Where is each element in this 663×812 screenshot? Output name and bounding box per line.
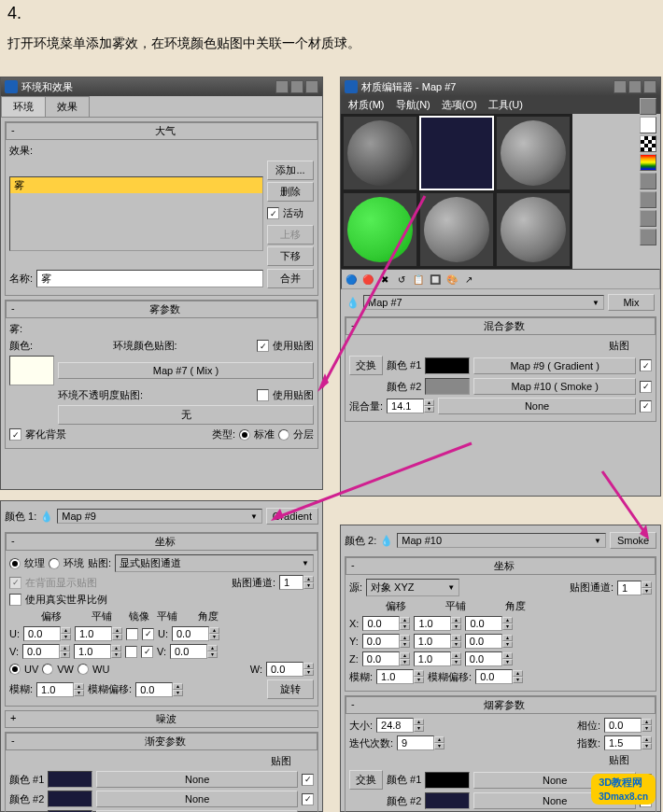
s-chan-input[interactable]: 1: [617, 581, 642, 595]
color2-swatch[interactable]: [425, 378, 470, 395]
get-icon[interactable]: 🔵: [344, 272, 359, 287]
u-tile[interactable]: [142, 628, 154, 640]
light-icon[interactable]: [640, 117, 656, 133]
grad-params-title[interactable]: 渐变参数: [6, 733, 317, 750]
map2-check[interactable]: [640, 381, 652, 393]
s-c1-swatch[interactable]: [425, 772, 470, 789]
close-icon[interactable]: [305, 80, 318, 93]
put2-icon[interactable]: 🔲: [428, 272, 443, 287]
make-icon[interactable]: 📋: [411, 272, 426, 287]
phase-input[interactable]: 0.0: [604, 718, 642, 733]
smoke-name-dropdown[interactable]: Map #10: [397, 533, 606, 548]
maximize-icon[interactable]: [628, 80, 642, 93]
opac-map-button[interactable]: 无: [58, 405, 314, 425]
s-c2-swatch[interactable]: [425, 792, 470, 809]
mat-slot-2-selected[interactable]: [419, 116, 494, 190]
smoke-params-title[interactable]: 烟雾参数: [346, 696, 656, 714]
mat-slot-3[interactable]: [496, 116, 571, 190]
effects-list[interactable]: 雾: [9, 176, 263, 251]
grad-type-button[interactable]: Gradient: [266, 508, 318, 525]
assign-icon[interactable]: ✖: [377, 272, 392, 287]
amount-input[interactable]: 14.1: [387, 399, 424, 413]
grad-name-dropdown[interactable]: Map #9: [57, 509, 262, 524]
atmosphere-title[interactable]: 大气: [6, 122, 317, 140]
amount-map-button[interactable]: None: [438, 398, 636, 414]
sample-icon[interactable]: [640, 173, 656, 189]
fog-color-swatch[interactable]: [9, 356, 54, 385]
reset-icon[interactable]: ↺: [394, 272, 409, 287]
exp-input[interactable]: 1.5: [604, 735, 642, 750]
smoke-type-button[interactable]: Smoke: [610, 532, 656, 549]
map2-button[interactable]: Map #10 ( Smoke ): [473, 378, 636, 395]
active-checkbox[interactable]: [267, 207, 279, 219]
u-mirror[interactable]: [126, 628, 138, 640]
swap-button[interactable]: 交换: [349, 356, 383, 375]
u-ang-input[interactable]: 0.0: [172, 626, 209, 641]
menu-tools[interactable]: 工具(U): [488, 98, 523, 112]
v-tile[interactable]: [141, 646, 153, 658]
menu-options[interactable]: 选项(O): [442, 98, 477, 112]
smoke-coord-title[interactable]: 坐标: [346, 557, 656, 575]
fog-params-title[interactable]: 雾参数: [6, 301, 317, 318]
pick-icon[interactable]: 💧: [40, 511, 53, 523]
close-icon[interactable]: [643, 80, 656, 93]
name-input[interactable]: 雾: [36, 270, 263, 287]
map-type-button[interactable]: Mix: [608, 294, 655, 311]
map-mode-dropdown[interactable]: 显式贴图通道: [115, 554, 314, 572]
mat-slot-4[interactable]: [343, 192, 417, 267]
rotate-button[interactable]: 旋转: [267, 679, 314, 699]
up-button[interactable]: 上移: [267, 225, 314, 245]
g-c2-swatch[interactable]: [48, 791, 92, 807]
color-icon[interactable]: [640, 154, 656, 171]
std-radio[interactable]: [239, 429, 250, 441]
go-icon[interactable]: ↗: [461, 272, 476, 287]
menu-navigate[interactable]: 导航(N): [396, 98, 430, 112]
spin-down-icon[interactable]: ▾: [424, 406, 434, 413]
add-button[interactable]: 添加...: [267, 161, 314, 180]
u-off-input[interactable]: 0.0: [23, 626, 61, 641]
select-icon[interactable]: [640, 210, 656, 227]
size-input[interactable]: 24.8: [376, 718, 414, 733]
options-icon[interactable]: [640, 191, 656, 208]
noise-title[interactable]: 噪波: [5, 710, 318, 728]
g-m2-button[interactable]: None: [96, 791, 298, 807]
layer-radio[interactable]: [278, 429, 289, 441]
chan-input[interactable]: 1: [279, 575, 303, 590]
g-m1-button[interactable]: None: [96, 771, 298, 788]
v-ang-input[interactable]: 0.0: [170, 644, 207, 659]
map-name-dropdown[interactable]: Map #7: [363, 295, 604, 310]
uv-radio[interactable]: [9, 664, 21, 675]
maximize-icon[interactable]: [290, 80, 303, 93]
put-icon[interactable]: 🔴: [360, 272, 375, 287]
iter-input[interactable]: 9: [397, 735, 434, 750]
minimize-icon[interactable]: [614, 80, 627, 93]
map1-button[interactable]: Map #9 ( Gradient ): [473, 357, 636, 374]
u-tile-input[interactable]: 1.0: [75, 626, 112, 641]
spin-up-icon[interactable]: ▴: [424, 399, 434, 406]
real-check[interactable]: [9, 594, 21, 606]
sphere-icon[interactable]: [640, 98, 656, 115]
material-icon[interactable]: [640, 229, 656, 245]
amount-check[interactable]: [640, 400, 652, 413]
tab-environment[interactable]: 环境: [1, 96, 46, 117]
down-button[interactable]: 下移: [267, 246, 314, 266]
mix-title[interactable]: 混合参数: [346, 317, 656, 335]
mat-slot-5[interactable]: [419, 192, 494, 267]
w-ang-input[interactable]: 0.0: [266, 662, 303, 677]
bluroff-input[interactable]: 0.0: [135, 682, 173, 697]
v-off-input[interactable]: 0.0: [22, 644, 60, 659]
tab-effects[interactable]: 效果: [45, 96, 90, 117]
minimize-icon[interactable]: [275, 80, 289, 93]
grad-coord-title[interactable]: 坐标: [6, 533, 317, 551]
list-item[interactable]: 雾: [10, 177, 262, 193]
src-dropdown[interactable]: 对象 XYZ: [366, 579, 459, 596]
s-swap-button[interactable]: 交换: [349, 770, 383, 790]
env-radio[interactable]: [49, 558, 60, 569]
merge-button[interactable]: 合并: [267, 269, 314, 288]
delete-button[interactable]: 删除: [267, 182, 314, 202]
color1-swatch[interactable]: [425, 357, 470, 374]
map1-check[interactable]: [640, 359, 652, 371]
wu-radio[interactable]: [78, 664, 89, 675]
pick-icon[interactable]: 💧: [380, 535, 393, 547]
g-c1-swatch[interactable]: [48, 771, 92, 788]
